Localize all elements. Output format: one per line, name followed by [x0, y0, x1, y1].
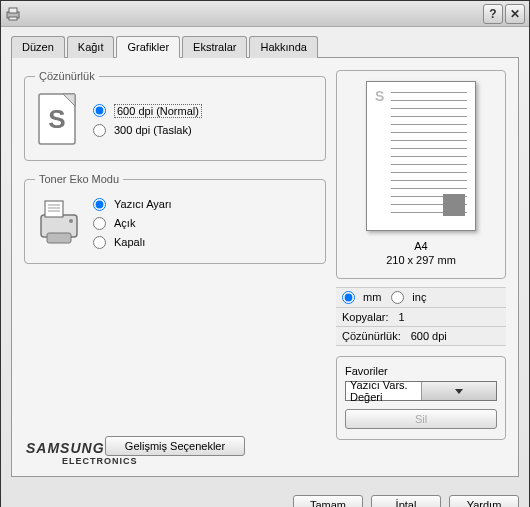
- tab-graphics[interactable]: Grafikler: [116, 36, 180, 58]
- page-preview-box: S A4 210 x 297 mm: [336, 70, 506, 279]
- favorites-group: Favoriler Yazıcı Vars. Değeri Sil: [336, 356, 506, 440]
- toner-eco-group: Toner Eko Modu: [24, 173, 326, 264]
- cancel-button[interactable]: İptal: [371, 495, 441, 507]
- copies-row: Kopyalar: 1: [336, 308, 506, 327]
- brand-name: SAMSUNG: [26, 440, 138, 456]
- unit-inch-radio[interactable]: [391, 291, 404, 304]
- tab-layout[interactable]: Düzen: [11, 36, 65, 58]
- ok-button[interactable]: Tamam: [293, 495, 363, 507]
- copies-label: Kopyalar:: [342, 311, 388, 323]
- chevron-down-icon: [421, 382, 497, 400]
- printer-icon: [35, 195, 83, 251]
- favorites-delete-button[interactable]: Sil: [345, 409, 497, 429]
- toner-on-option[interactable]: Açık: [93, 217, 172, 230]
- svg-rect-2: [9, 17, 17, 20]
- close-button[interactable]: ✕: [505, 4, 525, 24]
- resolution-group: Çözünürlük S 600 dpi (: [24, 70, 326, 161]
- toner-printer-label: Yazıcı Ayarı: [114, 198, 172, 210]
- units-row: mm inç: [336, 287, 506, 308]
- toner-off-option[interactable]: Kapalı: [93, 236, 172, 249]
- toner-on-radio[interactable]: [93, 217, 106, 230]
- svg-rect-7: [45, 201, 63, 217]
- svg-marker-13: [455, 389, 463, 394]
- res-info-value: 600 dpi: [411, 330, 447, 342]
- help-button[interactable]: ?: [483, 4, 503, 24]
- unit-mm-radio[interactable]: [342, 291, 355, 304]
- unit-inch-option[interactable]: inç: [391, 291, 426, 304]
- brand-sub: ELECTRONICS: [62, 456, 138, 466]
- resolution-300-radio[interactable]: [93, 124, 106, 137]
- favorites-legend: Favoriler: [345, 365, 497, 377]
- resolution-legend: Çözünürlük: [35, 70, 99, 82]
- resolution-300-label: 300 dpi (Taslak): [114, 124, 192, 136]
- favorites-selected: Yazıcı Vars. Değeri: [346, 379, 421, 403]
- res-info-label: Çözünürlük:: [342, 330, 401, 342]
- tab-panel: Çözünürlük S 600 dpi (: [11, 57, 519, 477]
- copies-value: 1: [398, 311, 404, 323]
- document-icon: S: [35, 92, 83, 148]
- tab-extras[interactable]: Ekstralar: [182, 36, 247, 58]
- toner-printer-radio[interactable]: [93, 198, 106, 211]
- dialog-footer: Tamam İptal Yardım: [1, 487, 529, 507]
- paper-name-label: A4: [386, 239, 456, 253]
- favorites-combo[interactable]: Yazıcı Vars. Değeri: [345, 381, 497, 401]
- printer-app-icon: [5, 6, 21, 22]
- preview-block: [443, 194, 465, 216]
- resolution-600-option[interactable]: 600 dpi (Normal): [93, 104, 202, 118]
- toner-eco-legend: Toner Eko Modu: [35, 173, 123, 185]
- unit-mm-label: mm: [363, 291, 381, 303]
- paper-dim-label: 210 x 297 mm: [386, 253, 456, 267]
- resolution-300-option[interactable]: 300 dpi (Taslak): [93, 124, 202, 137]
- tab-about[interactable]: Hakkında: [249, 36, 317, 58]
- toner-on-label: Açık: [114, 217, 135, 229]
- toner-off-radio[interactable]: [93, 236, 106, 249]
- page-preview: S: [366, 81, 476, 231]
- resolution-info-row: Çözünürlük: 600 dpi: [336, 327, 506, 346]
- svg-point-12: [69, 219, 73, 223]
- print-dialog: ? ✕ Düzen Kağıt Grafikler Ekstralar Hakk…: [0, 0, 530, 507]
- brand-logo: SAMSUNG ELECTRONICS: [26, 440, 138, 466]
- toner-printer-option[interactable]: Yazıcı Ayarı: [93, 198, 172, 211]
- svg-rect-11: [47, 233, 71, 243]
- tab-strip: Düzen Kağıt Grafikler Ekstralar Hakkında: [11, 36, 519, 58]
- tab-paper[interactable]: Kağıt: [67, 36, 115, 58]
- unit-inch-label: inç: [412, 291, 426, 303]
- help-footer-button[interactable]: Yardım: [449, 495, 519, 507]
- resolution-600-label: 600 dpi (Normal): [114, 104, 202, 118]
- resolution-600-radio[interactable]: [93, 104, 106, 117]
- unit-mm-option[interactable]: mm: [342, 291, 381, 304]
- svg-text:S: S: [48, 104, 65, 134]
- svg-rect-1: [9, 8, 17, 13]
- preview-s-mark: S: [375, 88, 384, 104]
- toner-off-label: Kapalı: [114, 236, 145, 248]
- titlebar: ? ✕: [1, 1, 529, 27]
